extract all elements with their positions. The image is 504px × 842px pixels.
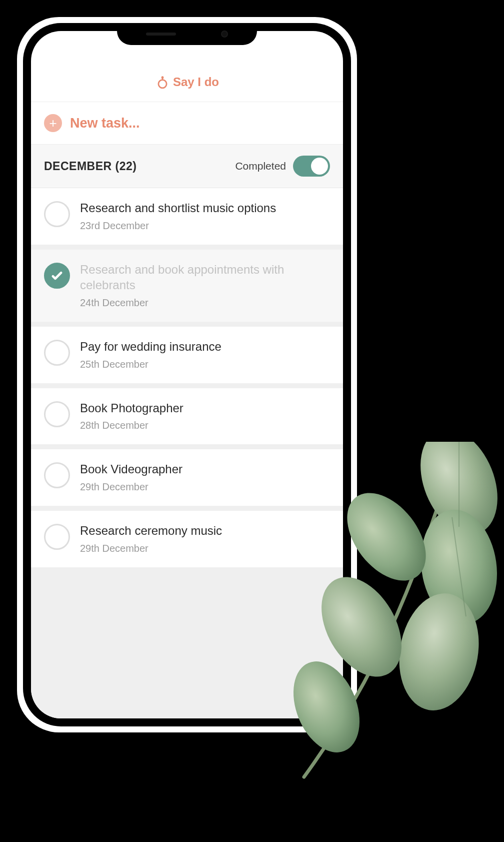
task-text: Research and shortlist music options 23r…: [80, 200, 330, 232]
check-icon: [50, 530, 64, 544]
task-row[interactable]: Pay for wedding insurance 25th December: [31, 327, 343, 383]
task-date: 25th December: [80, 359, 330, 370]
task-date: 23rd December: [80, 220, 330, 232]
task-text: Pay for wedding insurance 25th December: [80, 339, 330, 370]
task-checkbox[interactable]: [44, 524, 70, 550]
toggle-knob: [311, 158, 328, 175]
phone-frame-outer: Say I do + New task... DECEMBER (22) Com…: [17, 17, 357, 732]
completed-toggle[interactable]: [293, 156, 330, 177]
check-icon: [50, 407, 64, 421]
speaker-icon: [146, 33, 176, 36]
task-date: 29th December: [80, 543, 330, 554]
check-icon: [50, 207, 64, 221]
svg-point-1: [406, 442, 504, 546]
task-date: 28th December: [80, 420, 330, 431]
task-title: Book Photographer: [80, 400, 330, 416]
task-list[interactable]: Research and shortlist music options 23r…: [31, 188, 343, 718]
task-checkbox[interactable]: [44, 201, 70, 227]
task-title: Research ceremony music: [80, 523, 330, 539]
task-row[interactable]: Book Photographer 28th December: [31, 388, 343, 445]
task-checkbox[interactable]: [44, 462, 70, 488]
svg-point-0: [158, 80, 166, 88]
task-checkbox[interactable]: [44, 401, 70, 427]
task-checkbox[interactable]: [44, 340, 70, 366]
task-row[interactable]: Research and book appointments with cele…: [31, 250, 343, 322]
plus-glyph: +: [49, 117, 56, 130]
task-text: Book Videographer 29th December: [80, 461, 330, 493]
plus-icon: +: [44, 114, 62, 132]
camera-icon: [221, 31, 228, 38]
task-checkbox[interactable]: [44, 263, 70, 289]
ring-icon: [155, 75, 170, 90]
task-row[interactable]: Research ceremony music 29th December: [31, 511, 343, 567]
task-date: 24th December: [80, 297, 330, 309]
check-icon: [50, 346, 64, 360]
task-row[interactable]: Book Videographer 29th December: [31, 449, 343, 506]
section-header: DECEMBER (22) Completed: [31, 145, 343, 188]
phone-screen: Say I do + New task... DECEMBER (22) Com…: [31, 31, 343, 718]
task-text: Research ceremony music 29th December: [80, 523, 330, 554]
task-date: 29th December: [80, 481, 330, 493]
phone-notch: [117, 23, 257, 45]
new-task-label: New task...: [70, 116, 140, 131]
task-row[interactable]: Research and shortlist music options 23r…: [31, 188, 343, 245]
new-task-button[interactable]: + New task...: [31, 102, 343, 145]
task-title: Research and book appointments with cele…: [80, 262, 330, 293]
svg-point-2: [414, 505, 504, 629]
screen-content: Say I do + New task... DECEMBER (22) Com…: [31, 31, 343, 718]
svg-point-3: [390, 587, 488, 717]
check-icon: [50, 468, 64, 482]
app-logo[interactable]: Say I do: [155, 75, 219, 90]
task-title: Research and shortlist music options: [80, 200, 330, 216]
task-text: Book Photographer 28th December: [80, 400, 330, 432]
completed-label: Completed: [235, 160, 286, 172]
phone-frame: Say I do + New task... DECEMBER (22) Com…: [23, 23, 351, 726]
task-title: Book Videographer: [80, 461, 330, 477]
task-title: Pay for wedding insurance: [80, 339, 330, 355]
check-icon: [50, 269, 64, 283]
task-text: Research and book appointments with cele…: [80, 262, 330, 309]
app-name: Say I do: [173, 75, 219, 89]
section-title: DECEMBER (22): [44, 160, 136, 173]
